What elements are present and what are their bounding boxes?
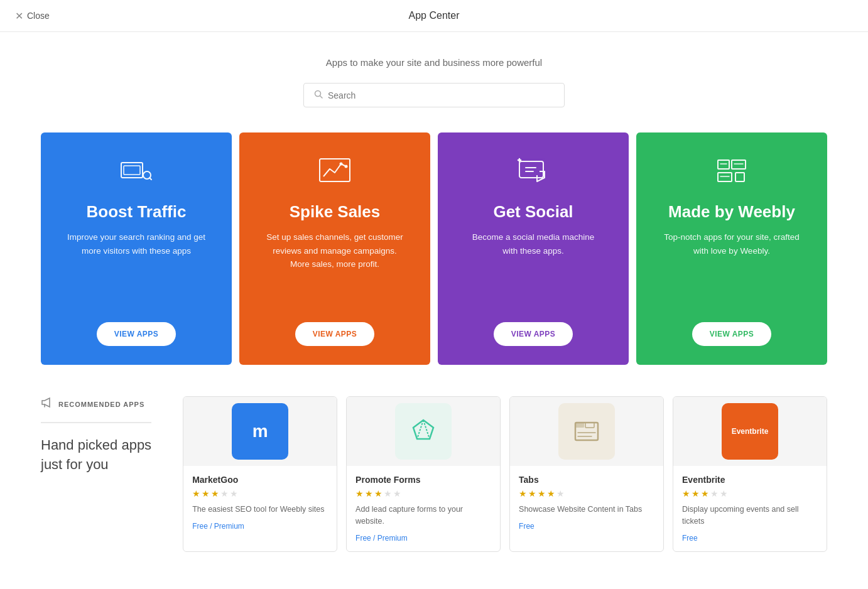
svg-rect-6 (320, 159, 350, 181)
promoteforms-stars: ★ ★ ★ ★ ★ (355, 489, 491, 499)
star-4: ★ (547, 489, 555, 499)
page-title: App Center (409, 10, 460, 21)
eventbrite-desc: Display upcoming events and sell tickets (682, 504, 818, 527)
close-button[interactable]: ✕ Close (15, 10, 50, 22)
eventbrite-logo: Eventbrite (722, 403, 778, 460)
marketgoo-name: MarketGoo (192, 475, 328, 485)
marketgoo-info: MarketGoo ★ ★ ★ ★ ★ The easiest SEO tool… (183, 466, 337, 551)
search-container (41, 83, 827, 107)
recommended-section: RECOMMENDED APPS Hand picked apps just f… (41, 396, 827, 552)
categories-grid: Boost Traffic Improve your search rankin… (41, 132, 827, 365)
svg-point-8 (345, 165, 348, 168)
made-by-weebly-title: Made by Weebly (668, 202, 795, 222)
get-social-btn[interactable]: VIEW APPS (494, 322, 573, 346)
star-4: ★ (710, 489, 719, 499)
category-get-social: Get Social Become a social media machine… (438, 132, 629, 365)
star-2: ★ (692, 489, 700, 499)
star-3: ★ (538, 489, 546, 499)
app-logo-wrap-tabs (510, 397, 663, 466)
star-4: ★ (220, 489, 229, 499)
svg-rect-2 (121, 163, 143, 178)
star-3: ★ (211, 489, 219, 499)
tabs-price: Free (519, 522, 654, 531)
marketgoo-stars: ★ ★ ★ ★ ★ (192, 489, 328, 499)
svg-rect-17 (735, 173, 744, 181)
close-label: Close (27, 11, 50, 21)
svg-rect-15 (732, 160, 746, 169)
category-spike-sales: Spike Sales Set up sales channels, get c… (239, 132, 430, 365)
svg-rect-26 (575, 423, 584, 428)
star-1: ★ (519, 489, 527, 499)
star-1: ★ (355, 489, 364, 499)
search-box (303, 83, 565, 107)
star-2: ★ (365, 489, 373, 499)
card-content-spike: Spike Sales Set up sales channels, get c… (266, 158, 404, 271)
app-card-tabs: Tabs ★ ★ ★ ★ ★ Showcase Website Content … (509, 396, 664, 552)
eventbrite-name: Eventbrite (682, 475, 818, 485)
category-boost-traffic: Boost Traffic Improve your search rankin… (41, 132, 232, 365)
star-5: ★ (556, 489, 565, 499)
apps-grid: m MarketGoo ★ ★ ★ ★ ★ The easiest SEO to… (183, 396, 827, 552)
divider (41, 422, 151, 423)
eventbrite-price: Free (682, 534, 818, 543)
card-content-social: Get Social Become a social media machine… (464, 158, 602, 257)
promoteforms-info: Promote Forms ★ ★ ★ ★ ★ Add lead capture… (347, 466, 500, 551)
app-center-header: ✕ Close App Center (0, 0, 868, 32)
recommended-sidebar: RECOMMENDED APPS Hand picked apps just f… (41, 396, 164, 475)
made-by-weebly-desc: Top-notch apps for your site, crafted wi… (663, 230, 801, 257)
star-1: ★ (192, 489, 200, 499)
boost-traffic-desc: Improve your search ranking and get more… (67, 230, 205, 257)
recommended-section-label: RECOMMENDED APPS (58, 401, 144, 408)
card-content-weebly: Made by Weebly Top-notch apps for your s… (663, 158, 801, 257)
category-made-by-weebly: Made by Weebly Top-notch apps for your s… (636, 132, 827, 365)
promoteforms-logo (395, 403, 452, 460)
app-card-eventbrite: Eventbrite Eventbrite ★ ★ ★ ★ ★ Display … (673, 396, 827, 552)
star-3: ★ (701, 489, 709, 499)
app-card-promoteforms: Promote Forms ★ ★ ★ ★ ★ Add lead capture… (346, 396, 501, 552)
get-social-icon (517, 158, 550, 191)
search-icon (314, 90, 323, 100)
promoteforms-price: Free / Premium (355, 534, 491, 543)
made-by-weebly-btn[interactable]: VIEW APPS (692, 322, 772, 346)
search-input[interactable] (328, 90, 554, 100)
recommended-heading: Hand picked apps just for you (41, 436, 151, 475)
star-1: ★ (682, 489, 690, 499)
boost-traffic-title: Boost Traffic (87, 202, 187, 222)
app-logo-wrap-promoteforms (347, 397, 500, 466)
app-logo-wrap-eventbrite: Eventbrite (673, 397, 827, 466)
star-5: ★ (393, 489, 401, 499)
spike-sales-title: Spike Sales (290, 202, 381, 222)
tabs-info: Tabs ★ ★ ★ ★ ★ Showcase Website Content … (510, 466, 663, 551)
marketgoo-desc: The easiest SEO tool for Weebly sites (192, 504, 328, 516)
get-social-title: Get Social (493, 202, 573, 222)
svg-rect-16 (718, 173, 732, 181)
boost-traffic-btn[interactable]: VIEW APPS (97, 322, 176, 346)
star-3: ★ (374, 489, 382, 499)
marketgoo-logo: m (232, 403, 288, 460)
star-4: ★ (384, 489, 392, 499)
eventbrite-info: Eventbrite ★ ★ ★ ★ ★ Display upcoming ev… (673, 466, 827, 551)
made-by-weebly-icon (715, 158, 748, 191)
tabs-desc: Showcase Website Content in Tabs (519, 504, 654, 516)
star-2: ★ (528, 489, 536, 499)
star-5: ★ (720, 489, 728, 499)
page-subtitle: Apps to make your site and business more… (41, 57, 827, 68)
svg-point-7 (340, 163, 343, 166)
star-5: ★ (230, 489, 238, 499)
tabs-logo (558, 403, 615, 460)
get-social-desc: Become a social media machine with these… (464, 230, 602, 257)
tabs-name: Tabs (519, 475, 654, 485)
app-logo-wrap-marketgoo: m (183, 397, 337, 466)
megaphone-icon (41, 396, 53, 412)
boost-traffic-icon (120, 158, 153, 191)
tabs-stars: ★ ★ ★ ★ ★ (519, 489, 654, 499)
spike-sales-btn[interactable]: VIEW APPS (295, 322, 375, 346)
main-content: Apps to make your site and business more… (26, 32, 842, 552)
close-icon: ✕ (15, 10, 23, 22)
svg-rect-9 (519, 161, 543, 178)
promoteforms-desc: Add lead capture forms to your website. (355, 504, 491, 527)
card-content-boost: Boost Traffic Improve your search rankin… (67, 158, 205, 257)
star-2: ★ (202, 489, 210, 499)
svg-line-5 (149, 178, 151, 180)
spike-sales-icon (318, 158, 351, 191)
